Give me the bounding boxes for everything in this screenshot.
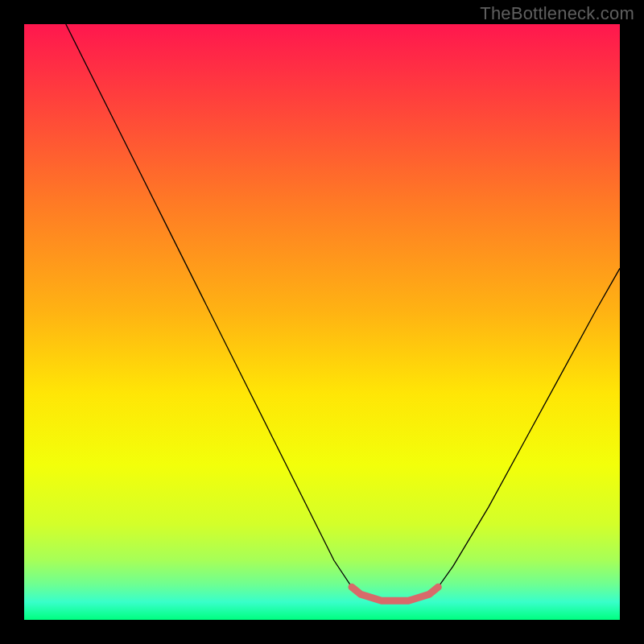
plot-background: [24, 24, 620, 620]
bottleneck-chart: [0, 0, 644, 644]
watermark-text: TheBottleneck.com: [480, 3, 634, 24]
chart-container: TheBottleneck.com: [0, 0, 644, 644]
